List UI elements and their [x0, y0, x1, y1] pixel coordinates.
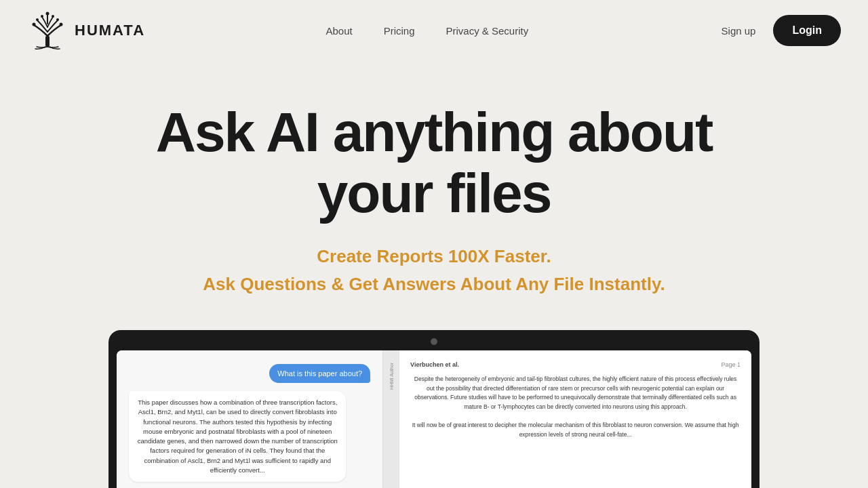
logo-text: HUMATA: [75, 22, 145, 39]
doc-body-text: Despite the heterogeneity of embryonic a…: [410, 375, 741, 439]
nav-right: Sign up Login: [709, 15, 841, 46]
hero-subtitle-line2: Ask Questions & Get Answers About Any Fi…: [203, 272, 665, 296]
svg-point-5: [41, 15, 43, 18]
nav-links: About Pricing Privacy & Security: [313, 18, 540, 43]
device-mockup: What is this paper about? This paper dis…: [108, 330, 760, 488]
doc-page: Page 1: [721, 361, 741, 368]
nav-pricing[interactable]: Pricing: [372, 18, 427, 43]
navbar: HUMATA About Pricing Privacy & Security …: [0, 0, 868, 61]
hero-title: Ask AI anything about your files: [129, 102, 739, 224]
doc-header: Vierbuchen et al. Page 1: [410, 361, 741, 368]
nav-privacy[interactable]: Privacy & Security: [434, 18, 541, 43]
chat-bubble-ai: This paper discusses how a combination o…: [129, 391, 346, 482]
logo-icon: [27, 10, 68, 51]
device-frame: What is this paper about? This paper dis…: [108, 330, 760, 488]
svg-point-6: [52, 15, 54, 18]
doc-content: Vierbuchen et al. Page 1 Despite the het…: [399, 350, 751, 488]
svg-point-7: [46, 12, 50, 16]
device-camera: [431, 338, 437, 345]
doc-author: Vierbuchen et al.: [410, 361, 459, 368]
svg-point-1: [33, 23, 36, 26]
doc-sidebar: HHMI Author: [383, 350, 399, 488]
signup-link[interactable]: Sign up: [709, 18, 768, 43]
device-screen: What is this paper about? This paper dis…: [117, 350, 751, 488]
chat-panel: What is this paper about? This paper dis…: [117, 350, 383, 488]
hero-subtitle-line1: Create Reports 100X Faster.: [317, 244, 551, 268]
svg-rect-0: [45, 36, 50, 47]
chat-bubble-user: What is this paper about?: [269, 364, 370, 383]
svg-point-4: [56, 18, 59, 21]
hero-section: Ask AI anything about your files Create …: [0, 61, 868, 488]
logo[interactable]: HUMATA: [27, 10, 145, 51]
doc-sidebar-label: HHMI Author: [389, 363, 394, 390]
nav-about[interactable]: About: [313, 18, 364, 43]
hero-subtitle: Create Reports 100X Faster. Ask Question…: [203, 244, 665, 296]
document-panel: HHMI Author Vierbuchen et al. Page 1 Des…: [383, 350, 751, 488]
svg-point-2: [60, 23, 63, 26]
svg-point-3: [36, 18, 39, 21]
login-button[interactable]: Login: [773, 15, 841, 46]
